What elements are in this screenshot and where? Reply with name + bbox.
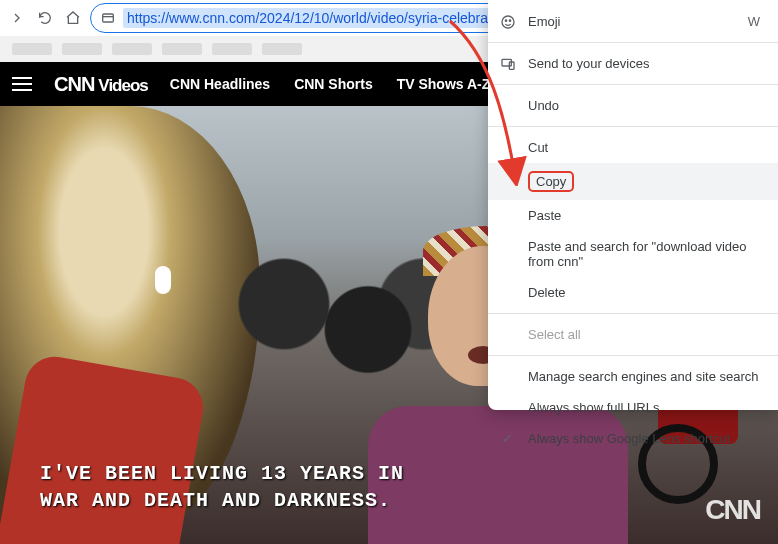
figure-earbud xyxy=(155,266,171,294)
nav-shorts[interactable]: CNN Shorts xyxy=(294,76,373,92)
cnn-logo-main: CNN xyxy=(54,73,94,96)
menu-manage-search-engines[interactable]: Manage search engines and site search xyxy=(488,361,778,392)
nav-tvshows[interactable]: TV Shows A-Z xyxy=(397,76,491,92)
menu-separator xyxy=(488,313,778,314)
svg-point-3 xyxy=(505,20,506,21)
bookmark-item[interactable] xyxy=(62,43,102,55)
context-menu: Emoji W Send to your devices Undo Cut Co… xyxy=(488,0,778,410)
svg-point-4 xyxy=(509,20,510,21)
cnn-nav: CNN Headlines CNN Shorts TV Shows A-Z xyxy=(170,76,491,92)
menu-send-devices[interactable]: Send to your devices xyxy=(488,48,778,79)
menu-label: Always show Google Lens shortcut xyxy=(528,431,730,446)
bookmark-item[interactable] xyxy=(112,43,152,55)
menu-separator xyxy=(488,126,778,127)
menu-always-full-urls[interactable]: Always show full URLs xyxy=(488,392,778,423)
menu-label: Emoji xyxy=(528,14,561,29)
reload-button[interactable] xyxy=(34,7,56,29)
figure-scarf xyxy=(0,352,208,544)
menu-delete[interactable]: Delete xyxy=(488,277,778,308)
bookmark-item[interactable] xyxy=(212,43,252,55)
check-icon: ✓ xyxy=(502,431,513,446)
menu-label: Select all xyxy=(528,327,581,342)
menu-label: Delete xyxy=(528,285,566,300)
menu-cut[interactable]: Cut xyxy=(488,132,778,163)
menu-label: Always show full URLs xyxy=(528,400,660,415)
forward-button[interactable] xyxy=(6,7,28,29)
video-caption: I'VE BEEN LIVING 13 YEARS IN WAR AND DEA… xyxy=(40,460,404,514)
emoji-icon xyxy=(500,14,516,30)
menu-label: Cut xyxy=(528,140,548,155)
devices-icon xyxy=(500,56,516,72)
menu-select-all[interactable]: Select all xyxy=(488,319,778,350)
cnn-logo[interactable]: CNN Videos xyxy=(54,73,148,96)
svg-rect-0 xyxy=(103,14,114,22)
menu-shortcut: W xyxy=(748,14,760,29)
menu-icon[interactable] xyxy=(12,77,32,91)
menu-paste[interactable]: Paste xyxy=(488,200,778,231)
menu-undo[interactable]: Undo xyxy=(488,90,778,121)
menu-label: Send to your devices xyxy=(528,56,649,71)
menu-label: Paste xyxy=(528,208,561,223)
menu-separator xyxy=(488,355,778,356)
menu-separator xyxy=(488,42,778,43)
bookmark-item[interactable] xyxy=(262,43,302,55)
nav-headlines[interactable]: CNN Headlines xyxy=(170,76,270,92)
svg-point-2 xyxy=(502,16,514,28)
cnn-logo-sub: Videos xyxy=(98,76,147,96)
menu-google-lens-shortcut[interactable]: ✓ Always show Google Lens shortcut xyxy=(488,423,778,454)
menu-separator xyxy=(488,84,778,85)
menu-paste-search[interactable]: Paste and search for "download video fro… xyxy=(488,231,778,277)
site-info-icon[interactable] xyxy=(99,9,117,27)
menu-label: Undo xyxy=(528,98,559,113)
bookmark-item[interactable] xyxy=(162,43,202,55)
menu-label: Copy xyxy=(528,171,574,192)
menu-label: Manage search engines and site search xyxy=(528,369,759,384)
bookmark-item[interactable] xyxy=(12,43,52,55)
menu-label: Paste and search for "download video fro… xyxy=(528,239,760,269)
menu-emoji[interactable]: Emoji W xyxy=(488,6,778,37)
home-button[interactable] xyxy=(62,7,84,29)
cnn-watermark: CNN xyxy=(705,494,760,526)
menu-copy[interactable]: Copy xyxy=(488,163,778,200)
